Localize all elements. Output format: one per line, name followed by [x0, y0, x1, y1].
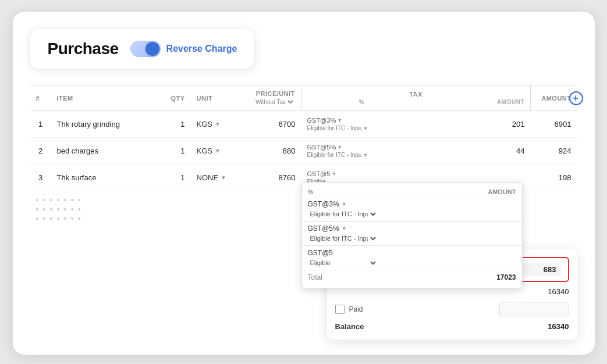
purchase-title: Purchase — [48, 40, 119, 58]
table-row: 2 bed charges 1 KGS ▼ 880 GST@5% ▼ — [30, 138, 577, 165]
col-hash-header: # — [30, 85, 51, 111]
dot — [71, 217, 73, 220]
balance-label: Balance — [335, 322, 364, 331]
main-container: Purchase Reverse Charge # ITEM QTY UNIT … — [13, 12, 595, 355]
toggle-thumb — [145, 42, 159, 56]
dot — [71, 208, 73, 210]
dot — [78, 199, 80, 201]
tax-eligibility-select2[interactable]: Eligible for ITC - Inpu — [308, 234, 378, 242]
row-qty[interactable]: 1 — [156, 138, 191, 165]
unit-dropdown-arrow[interactable]: ▼ — [215, 121, 221, 127]
tax-dropdown-arrow1[interactable]: ▼ — [337, 117, 342, 123]
row-index: 2 — [30, 138, 51, 165]
dot — [50, 217, 52, 220]
col-item-header: ITEM — [51, 85, 156, 111]
dot — [64, 199, 66, 201]
dot — [57, 217, 59, 220]
dot — [57, 208, 59, 210]
add-row-button[interactable]: + — [569, 91, 583, 105]
tax-name-arrow[interactable]: ▼ — [342, 201, 347, 207]
row-unit: NONE ▼ — [191, 165, 237, 191]
unit-dropdown-arrow[interactable]: ▼ — [215, 148, 221, 154]
purchase-header-card: Purchase Reverse Charge — [30, 29, 255, 69]
table-row: 3 Thk surface 1 NONE ▼ 8760 GST@5 ▼ — [30, 165, 577, 191]
reverse-charge-toggle[interactable] — [130, 41, 161, 57]
row-amount: 198 — [531, 165, 577, 191]
dot — [43, 199, 45, 201]
tax-dropdown-eligibility: Eligible for ITC - Inpu — [302, 210, 522, 220]
dot — [36, 217, 38, 220]
row-item[interactable]: bed charges — [51, 138, 156, 165]
tax-dropdown-eligibility: Eligible — [302, 259, 522, 269]
dot — [50, 199, 52, 201]
row-amount: 6901 — [531, 111, 577, 138]
toggle-wrapper: Reverse Charge — [130, 41, 237, 57]
tax-dropdown-arrow3[interactable]: ▼ — [331, 171, 336, 177]
paid-checkbox[interactable] — [335, 305, 345, 314]
balance-value: 16340 — [548, 322, 569, 331]
paid-input[interactable] — [499, 302, 569, 316]
row-tax-name: GST@5% ▼ Eligible for ITC - Inpu ▼ — [301, 138, 473, 165]
row-price[interactable]: 8760 — [237, 165, 301, 191]
tax-dropdown-arrow2[interactable]: ▼ — [337, 144, 342, 150]
dot — [71, 199, 73, 201]
balance-row: Balance 16340 — [335, 319, 569, 334]
dot — [78, 208, 80, 210]
dot — [78, 217, 80, 220]
dot — [36, 199, 38, 201]
dot — [50, 208, 52, 210]
dot — [43, 217, 45, 220]
row-unit: KGS ▼ — [191, 111, 237, 138]
row-tax-name: GST@3% ▼ Eligible for ITC - Inpu ▼ — [301, 111, 473, 138]
tax-eligibility-select[interactable]: Eligible for ITC - Inpu — [308, 210, 378, 218]
tax-dropdown-panel: % AMOUNT GST@3% ▼ — [301, 182, 523, 288]
tax-dropdown-header: % AMOUNT — [302, 186, 522, 198]
subtotal-value: 16340 — [548, 287, 569, 296]
col-unit-header: UNIT — [191, 85, 237, 111]
table-row: 1 Thk rotary grinding 1 KGS ▼ 6700 GST@3… — [30, 111, 577, 138]
row-unit: KGS ▼ — [191, 138, 237, 165]
row-price[interactable]: 880 — [237, 138, 301, 165]
col-qty-header: QTY — [156, 85, 191, 111]
row-qty[interactable]: 1 — [156, 111, 191, 138]
tax-eligibility-select3[interactable]: Eligible — [308, 259, 378, 267]
row-item[interactable]: Thk surface — [51, 165, 156, 191]
price-subselect[interactable]: Without Tax — [243, 98, 296, 106]
row-item[interactable]: Thk rotary grinding — [51, 111, 156, 138]
tax-amount-subheader: AMOUNT — [416, 99, 525, 105]
row-index: 3 — [30, 165, 51, 191]
tax-dropdown-item: GST@5% ▼ — [302, 223, 522, 234]
row-tax-amount: 201 — [473, 111, 531, 138]
reverse-charge-label: Reverse Charge — [166, 44, 237, 54]
col-price-header: PRICE/UNIT Without Tax — [237, 85, 301, 111]
unit-dropdown-arrow[interactable]: ▼ — [221, 174, 226, 181]
row-index: 1 — [30, 111, 51, 138]
paid-row: Paid — [335, 299, 569, 319]
paid-label: Paid — [349, 305, 363, 313]
row-price[interactable]: 6700 — [237, 111, 301, 138]
row-tax-amount: 44 — [473, 138, 531, 165]
tax-dropdown-total: Total 17023 — [302, 270, 522, 284]
row-tax-name: GST@5 ▼ Eligible % AMOUNT — [301, 165, 473, 191]
col-amount-header: AMOUNT + — [531, 85, 577, 111]
tax-percent-subheader: % — [307, 99, 416, 105]
dot — [64, 217, 66, 220]
invoice-table: # ITEM QTY UNIT PRICE/UNIT Without Tax T… — [30, 85, 577, 191]
dot — [43, 208, 45, 210]
tax-dropdown-item: GST@5 — [302, 247, 522, 259]
row-qty[interactable]: 1 — [156, 165, 191, 191]
tax-eligibility-arrow2[interactable]: ▼ — [363, 152, 368, 158]
tax-eligibility-arrow1[interactable]: ▼ — [363, 126, 368, 131]
dot — [64, 208, 66, 210]
tax-dropdown-eligibility: Eligible for ITC - Inpu — [302, 234, 522, 244]
dot — [36, 208, 38, 210]
tax-name-arrow[interactable]: ▼ — [342, 226, 347, 231]
row-amount: 924 — [531, 138, 577, 165]
tax-dropdown-item: GST@3% ▼ — [302, 198, 522, 210]
col-tax-header: TAX % AMOUNT — [301, 85, 531, 111]
dot — [57, 199, 59, 201]
price-per-unit-label: PRICE/UNIT — [243, 90, 296, 97]
